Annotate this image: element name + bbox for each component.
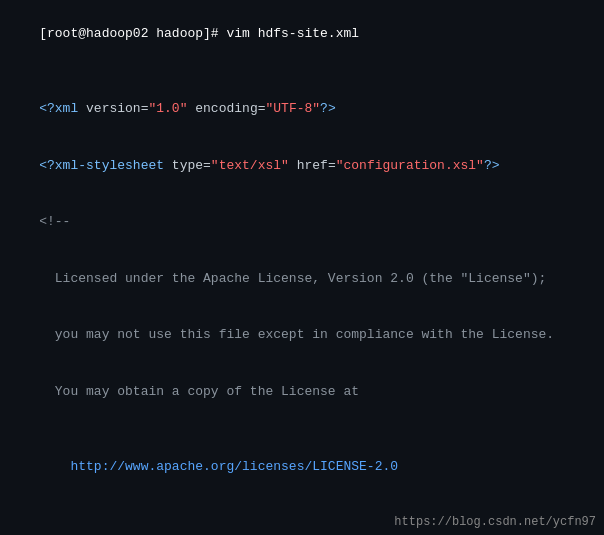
xml-stylesheet-open: <?xml-stylesheet	[39, 158, 172, 173]
xml-stylesheet-line: <?xml-stylesheet type="text/xsl" href="c…	[8, 138, 596, 195]
comment-open: <!--	[8, 194, 596, 251]
watermark: https://blog.csdn.net/ycfn97	[394, 515, 596, 529]
xml-href-attr: href=	[289, 158, 336, 173]
license-line-1: Licensed under the Apache License, Versi…	[8, 251, 596, 308]
license-line-2: you may not use this file except in comp…	[8, 308, 596, 365]
license-text-2: you may not use this file except in comp…	[39, 327, 554, 342]
license-text-1: Licensed under the Apache License, Versi…	[39, 271, 546, 286]
xml-decl-open: <?xml	[39, 101, 86, 116]
prompt-text: [root@hadoop02 hadoop]# vim hdfs-site.xm…	[39, 26, 359, 41]
xml-type-attr: type=	[172, 158, 211, 173]
xml-encoding-value: "UTF-8"	[265, 101, 320, 116]
xml-stylesheet-close: ?>	[484, 158, 500, 173]
license-url: http://www.apache.org/licenses/LICENSE-2…	[39, 459, 398, 474]
xml-version-attr: version=	[86, 101, 148, 116]
prompt-line: [root@hadoop02 hadoop]# vim hdfs-site.xm…	[8, 6, 596, 63]
license-url-line: http://www.apache.org/licenses/LICENSE-2…	[8, 439, 596, 496]
xml-version-value: "1.0"	[148, 101, 187, 116]
blank-line-3	[8, 496, 596, 515]
terminal-window: [root@hadoop02 hadoop]# vim hdfs-site.xm…	[0, 0, 604, 535]
blank-line-2	[8, 421, 596, 440]
comment-open-text: <!--	[39, 214, 70, 229]
license-line-3: You may obtain a copy of the License at	[8, 364, 596, 421]
xml-encoding-attr: encoding=	[187, 101, 265, 116]
xml-declaration: <?xml version="1.0" encoding="UTF-8"?>	[8, 81, 596, 138]
xml-type-value: "text/xsl"	[211, 158, 289, 173]
xml-decl-close: ?>	[320, 101, 336, 116]
watermark-text: https://blog.csdn.net/ycfn97	[394, 515, 596, 529]
blank-line-1	[8, 63, 596, 82]
xml-href-value: "configuration.xsl"	[336, 158, 484, 173]
license-text-3: You may obtain a copy of the License at	[39, 384, 359, 399]
